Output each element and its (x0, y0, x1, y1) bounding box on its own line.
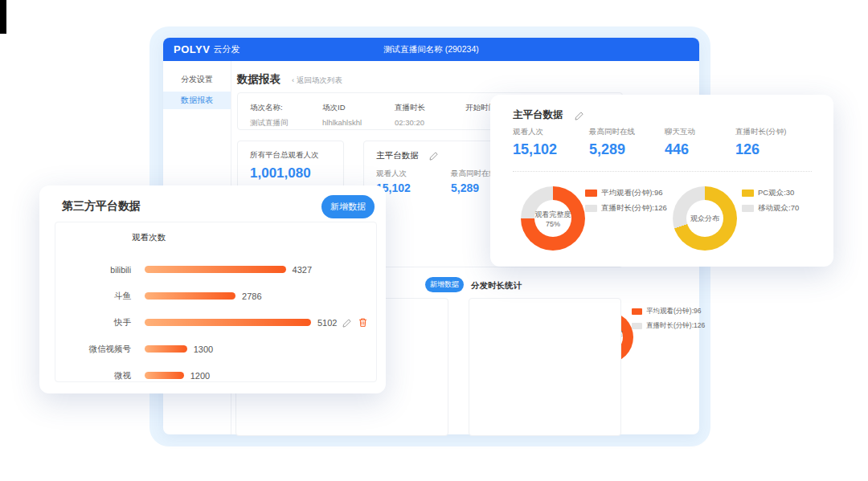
legend-swatch-orange (632, 308, 642, 315)
main-platform-card-title: 主平台数据 (513, 108, 563, 122)
legend-swatch-orange (585, 190, 597, 197)
edit-pencil-icon[interactable] (342, 318, 352, 328)
session-id-value: hlhlkahlskhl (322, 118, 395, 127)
sidebar-item-data-report[interactable]: 数据报表 (163, 92, 231, 109)
app-logo: POLYV 云分发 (174, 38, 240, 61)
audience-donut-legend: PC观众:30 移动观众:70 (742, 188, 799, 214)
stat-views-value: 15,102 (376, 181, 451, 194)
main-platform-inline-title: 主平台数据 (376, 150, 419, 161)
third-party-data-card: 第三方平台数据 新增数据 观看次数 bilibili 4327 斗鱼 2786 … (39, 185, 386, 393)
completion-donut-legend: 平均观看(分钟):96 直播时长(分钟):126 (585, 188, 667, 214)
stat-views: 观看人次 15,102 (513, 127, 589, 158)
add-data-button[interactable]: 新增数据 (321, 195, 375, 218)
edit-pencil-icon[interactable] (575, 111, 584, 120)
dotted-divider (513, 171, 812, 172)
bar (145, 372, 184, 379)
session-name-field: 场次名称: 测试直播间 (250, 103, 322, 129)
bar-row: 快手 5102 (70, 309, 367, 336)
bar-row: 微信视频号 1300 (70, 336, 367, 362)
stat-views-label: 观看人次 (376, 169, 451, 179)
legend-swatch-yellow (742, 190, 754, 197)
legend-swatch-gray (632, 323, 642, 329)
views-count-header: 观看次数 (132, 232, 166, 243)
total-views-value: 1,001,080 (250, 165, 343, 181)
delete-trash-icon[interactable] (358, 317, 368, 328)
screenshot-stage: POLYV 云分发 测试直播间名称 (290234) 分发设置 数据报表 数据报… (0, 0, 868, 481)
stat-views: 观看人次 15,102 (376, 169, 451, 194)
bar-row: bilibili 4327 (70, 256, 367, 283)
stat-peak-online: 最高同时在线 5,289 (589, 127, 665, 158)
bar (145, 345, 187, 353)
third-party-card-title: 第三方平台数据 (62, 199, 141, 214)
sidebar-item-distribution-settings[interactable]: 分发设置 (163, 71, 231, 88)
session-name-value: 测试直播间 (250, 118, 322, 128)
bar-row: 微视 1200 (70, 362, 367, 389)
legend-swatch-gray (585, 205, 597, 212)
legend-swatch-gray (742, 205, 754, 212)
session-id-label: 场次ID (322, 103, 395, 113)
app-header: POLYV 云分发 测试直播间名称 (290234) (163, 38, 699, 61)
bar (145, 292, 235, 300)
window-title: 测试直播间名称 (290234) (163, 44, 699, 55)
edit-pencil-icon[interactable] (429, 151, 439, 161)
session-duration-label: 直播时长 (395, 103, 465, 113)
logo-text: POLYV (174, 43, 210, 55)
session-id-field: 场次ID hlhlkahlskhl (322, 103, 395, 129)
distribution-duration-title: 分发时长统计 (471, 280, 522, 291)
completion-donut-legend: 平均观看(分钟):96 直播时长(分钟):126 (632, 307, 705, 331)
screen-edge-artifact (0, 0, 6, 34)
stat-live-minutes: 直播时长(分钟) 126 (735, 127, 786, 158)
stat-chat-interactions: 聊天互动 446 (665, 127, 735, 158)
session-duration-value: 02:30:20 (395, 118, 465, 127)
total-views-label: 所有平台总观看人次 (250, 150, 343, 161)
back-to-session-list-link[interactable]: ‹ 返回场次列表 (292, 75, 342, 86)
logo-suffix-text: 云分发 (213, 43, 240, 55)
page-head: 数据报表 ‹ 返回场次列表 (237, 72, 342, 87)
main-platform-data-card: 主平台数据 观看人次 15,102 最高同时在线 5,289 聊天互动 446 … (490, 95, 833, 267)
third-party-chart-area: 观看次数 bilibili 4327 斗鱼 2786 快手 5102 (55, 222, 377, 382)
session-duration-field: 直播时长 02:30:20 (395, 103, 465, 129)
add-data-button[interactable]: 新增数据 (425, 277, 464, 292)
page-title: 数据报表 (237, 72, 280, 87)
bar (145, 266, 286, 273)
completion-donut-center: 观看完整度 75% (534, 200, 571, 237)
audience-donut-center: 观众分布 (686, 200, 723, 237)
bar-row: 斗鱼 2786 (70, 283, 367, 309)
duration-table-box: 平台名称 bilibili 03:30:20 斗鱼 01:30:20 快手 04… (469, 298, 621, 436)
bar (145, 319, 311, 326)
session-name-label: 场次名称: (250, 103, 322, 113)
total-views-card: 所有平台总观看人次 1,001,080 (237, 141, 344, 189)
